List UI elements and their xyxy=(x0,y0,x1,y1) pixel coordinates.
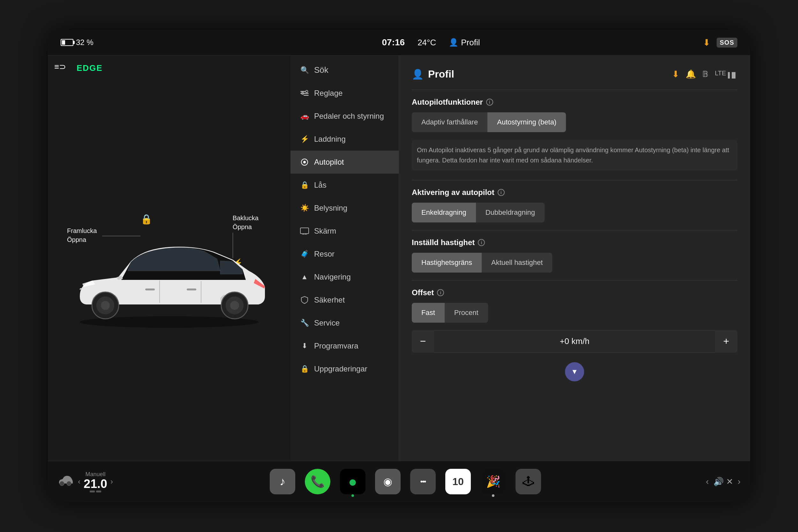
speed-info-icon[interactable]: i xyxy=(478,239,485,246)
divider-0 xyxy=(412,90,737,90)
svg-point-23 xyxy=(67,481,71,486)
speed-plus-btn[interactable]: + xyxy=(715,330,737,353)
taskbar-right: ‹ 🔊 ✕ › xyxy=(651,476,741,487)
header-download-icon[interactable]: ⬇ xyxy=(672,69,679,79)
btn-procent[interactable]: Procent xyxy=(445,303,488,323)
nav-prev-btn[interactable]: ‹ xyxy=(706,476,709,487)
btn-hastighetsgrans[interactable]: Hastighetsgräns xyxy=(412,253,482,272)
speed-value-display: +0 km/h xyxy=(434,330,715,353)
menu-item-uppgraderingar[interactable]: 🔒 Uppgraderingar xyxy=(290,357,399,380)
offset-section-title: Offset i xyxy=(412,288,737,297)
btn-autostyrning[interactable]: Autostyrning (beta) xyxy=(488,112,566,132)
settings-title-text: Profil xyxy=(428,68,454,80)
spotify-icon: ● xyxy=(348,473,357,490)
speed-section: Inställd hastighet i Hastighetsgräns Akt… xyxy=(412,238,737,272)
temp-arrow-right[interactable]: › xyxy=(111,477,113,486)
svg-point-17 xyxy=(303,161,306,164)
programvara-label: Programvara xyxy=(314,341,359,350)
menu-item-skarm[interactable]: Skärm xyxy=(290,220,399,243)
activation-info-icon[interactable]: i xyxy=(498,189,505,196)
taskbar-app-spotify[interactable]: ● xyxy=(340,469,365,494)
menu-item-programvara[interactable]: ⬇ Programvara xyxy=(290,335,399,357)
taskbar-app-music[interactable]: ♪ xyxy=(270,469,295,494)
settings-panel: 👤 Profil ⬇ 🔔 𝔹 LTE▐▐▌ Autopilotfunktione… xyxy=(399,56,750,461)
speed-title-text: Inställd hastighet xyxy=(412,238,475,247)
activation-section-title: Aktivering av autopilot i xyxy=(412,188,737,197)
taskbar-car-icon[interactable] xyxy=(57,475,73,489)
menu-item-laddning[interactable]: ⚡ Laddning xyxy=(290,128,399,151)
btn-aktuell-hastighet[interactable]: Aktuell hastighet xyxy=(482,253,552,272)
battery-fill xyxy=(62,40,65,45)
taskbar-left: ‹ Manuell 21.0 › xyxy=(57,471,159,492)
camera-icon: ◉ xyxy=(383,476,392,488)
autopilot-section-title: Autopilotfunktioner i xyxy=(412,98,737,107)
sakerhet-icon xyxy=(299,295,310,305)
taskbar-center: ♪ 📞 ● ◉ ••• 10 xyxy=(166,469,645,494)
activation-button-group: Enkeldragning Dubbeldragning xyxy=(412,203,737,223)
nav-next-btn[interactable]: › xyxy=(738,476,741,487)
autopilot-section: Autopilotfunktioner i Adaptiv farthållar… xyxy=(412,98,737,170)
car-svg xyxy=(61,207,278,328)
download-icon[interactable]: ⬇ xyxy=(703,37,710,48)
menu-item-belysning[interactable]: ☀️ Belysning xyxy=(290,196,399,220)
service-label: Service xyxy=(314,319,340,327)
taskbar-app-camera[interactable]: ◉ xyxy=(375,469,401,494)
menu-item-las[interactable]: 🔒 Lås xyxy=(290,174,399,196)
car-panel: ≡⊃ EDGE Framlucka Öppna 🔒 xyxy=(48,56,290,461)
svg-rect-9 xyxy=(145,288,155,290)
btn-adaptiv[interactable]: Adaptiv farthållare xyxy=(412,112,488,132)
menu-search[interactable]: 🔍 Sök xyxy=(290,59,399,82)
svg-point-22 xyxy=(60,481,64,486)
las-icon: 🔒 xyxy=(299,180,310,190)
taskbar-app-phone[interactable]: 📞 xyxy=(305,469,330,494)
joystick-icon: 🕹 xyxy=(522,475,534,488)
reglage-icon xyxy=(299,88,310,98)
header-bell-icon[interactable]: 🔔 xyxy=(686,69,696,79)
party-dot xyxy=(492,494,494,497)
top-bar-left: 32 % xyxy=(61,38,220,47)
menu-item-sakerhet[interactable]: Säkerhet xyxy=(290,288,399,311)
menu-item-service[interactable]: 🔧 Service xyxy=(290,311,399,335)
header-bluetooth-icon[interactable]: 𝔹 xyxy=(702,69,708,79)
profile-label: Profil xyxy=(461,38,480,48)
btn-fast[interactable]: Fast xyxy=(412,303,445,323)
pedaler-icon: 🚗 xyxy=(299,111,310,121)
calendar-icon: 10 xyxy=(452,476,464,488)
offset-button-group: Fast Procent xyxy=(412,303,737,323)
seat-icon xyxy=(90,491,95,492)
navigering-icon: ▲ xyxy=(299,272,310,282)
temp-icons xyxy=(83,491,107,492)
las-label: Lås xyxy=(314,180,326,190)
menu-item-resor[interactable]: 🧳 Resor xyxy=(290,243,399,266)
service-icon: 🔧 xyxy=(299,318,310,328)
menu-item-pedaler[interactable]: 🚗 Pedaler och styrning xyxy=(290,105,399,128)
status-time: 07:16 xyxy=(382,37,405,48)
party-icon: 🎉 xyxy=(486,475,500,488)
btn-dubbeldragning[interactable]: Dubbeldragning xyxy=(476,203,545,223)
speed-minus-btn[interactable]: − xyxy=(412,330,434,353)
btn-enkeldragning[interactable]: Enkeldragning xyxy=(412,203,476,223)
menu-item-autopilot[interactable]: Autopilot xyxy=(290,151,399,174)
menu-panel: 🔍 Sök Reglage 🚗 P xyxy=(290,56,399,461)
sos-badge[interactable]: SOS xyxy=(717,38,737,48)
offset-info-icon[interactable]: i xyxy=(437,289,444,296)
navigering-label: Navigering xyxy=(314,272,351,282)
profile-icon: 👤 xyxy=(449,38,458,47)
taskbar-app-joystick[interactable]: 🕹 xyxy=(515,469,541,494)
reglage-label: Reglage xyxy=(314,89,342,98)
taskbar-app-calendar[interactable]: 10 xyxy=(445,469,471,494)
menu-item-reglage[interactable]: Reglage xyxy=(290,82,399,105)
taskbar-app-party[interactable]: 🎉 xyxy=(480,469,506,494)
autopilot-info-icon[interactable]: i xyxy=(486,99,493,106)
temp-arrow-left[interactable]: ‹ xyxy=(78,477,80,486)
offset-title-text: Offset xyxy=(412,288,434,297)
volume-control[interactable]: 🔊 ✕ xyxy=(714,477,733,487)
speed-section-title: Inställd hastighet i xyxy=(412,238,737,247)
temp-label: Manuell xyxy=(83,471,107,478)
menu-item-navigering[interactable]: ▲ Navigering xyxy=(290,266,399,288)
autopilot-title-text: Autopilotfunktioner xyxy=(412,98,483,107)
header-lte-icon: LTE▐▐▌ xyxy=(715,70,737,78)
taskbar-app-more[interactable]: ••• xyxy=(410,469,436,494)
resor-icon: 🧳 xyxy=(299,249,310,259)
car-image-area: Framlucka Öppna 🔒 Baklucka Öppna xyxy=(48,56,290,461)
